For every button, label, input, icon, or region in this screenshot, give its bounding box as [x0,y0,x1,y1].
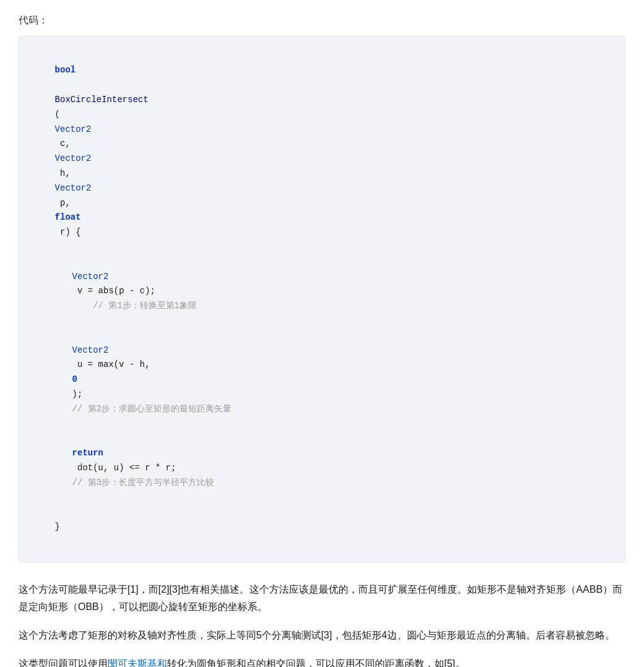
type-vector2-v: Vector2 [72,272,109,282]
para3-mid: 转化为圆角矩形和点的相交问题，可以应用不同的距离函数，如[5]。 [167,658,465,667]
type-vector2-h: Vector2 [55,153,92,163]
code-closing-brace: } [55,522,60,531]
code-text: dot(u, u) <= r * r; [72,463,181,473]
code-text: u = max(v - h, [72,359,155,369]
paragraph-3: 这类型问题可以使用閔可夫斯基和转化为圆角矩形和点的相交问题，可以应用不同的距离函… [19,655,625,667]
type-vector2-p: Vector2 [55,183,92,193]
para3-pre: 这类型问题可以使用 [19,658,108,667]
type-vector2-c: Vector2 [55,124,92,134]
keyword-return: return [72,448,103,458]
keyword-float: float [55,212,81,222]
code-text: r) { [55,227,81,237]
code-text [55,80,60,90]
code-text: p, [55,198,76,208]
code-text: c, [55,139,76,148]
minkowski-link[interactable]: 閔可夫斯基和 [108,658,167,667]
keyword-bool: bool [55,65,76,75]
code-text: ); [72,389,88,399]
comment-step1: // 第1步：转换至第1象限 [72,301,197,311]
paragraph-2: 这个方法考虑了矩形的对称及轴对齐性质，实际上等同5个分离轴测试[3]，包括矩形4… [19,627,625,644]
code-text: ( [55,110,60,119]
function-name: BoxCircleIntersect [55,95,148,105]
comment-step2: // 第2步：求圆心至矩形的最短距离矢量 [72,404,232,414]
code-block: bool BoxCircleIntersect ( Vector2 c, Vec… [19,36,625,562]
type-vector2-u: Vector2 [72,345,109,355]
code-text: h, [55,168,76,178]
keyword-0: 0 [72,374,77,384]
comment-step3: // 第3步：长度平方与半径平方比较 [72,478,215,488]
code-text: v = abs(p - c); [72,286,155,296]
paragraph-1: 这个方法可能最早记录于[1]，而[2][3]也有相关描述。这个方法应该是最优的，… [19,581,625,616]
code-label: 代码： [19,12,625,28]
